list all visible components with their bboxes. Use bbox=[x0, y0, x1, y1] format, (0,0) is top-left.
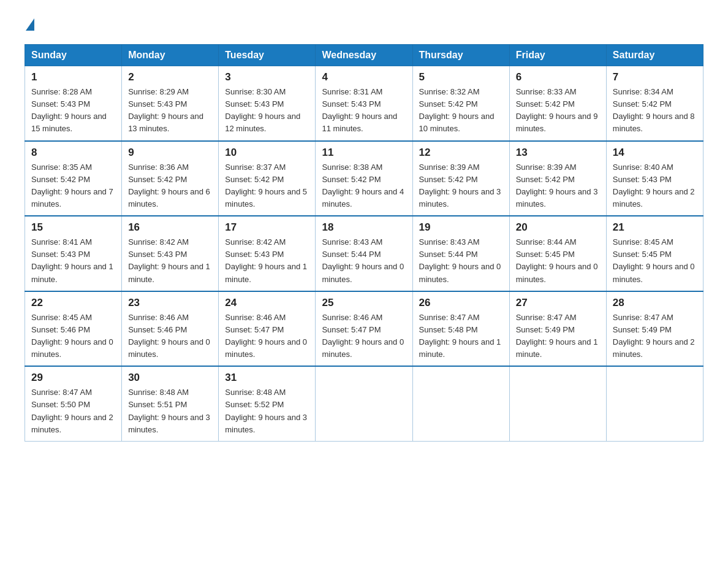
day-number: 25 bbox=[322, 297, 406, 309]
day-number: 12 bbox=[419, 147, 503, 159]
calendar-cell bbox=[606, 366, 703, 441]
calendar-week-row: 1Sunrise: 8:28 AMSunset: 5:43 PMDaylight… bbox=[25, 66, 703, 141]
day-info: Sunrise: 8:46 AMSunset: 5:47 PMDaylight:… bbox=[322, 312, 406, 361]
day-info: Sunrise: 8:30 AMSunset: 5:43 PMDaylight:… bbox=[225, 86, 309, 136]
calendar-cell: 8Sunrise: 8:35 AMSunset: 5:42 PMDaylight… bbox=[25, 141, 122, 216]
calendar-cell: 30Sunrise: 8:48 AMSunset: 5:51 PMDayligh… bbox=[122, 366, 219, 441]
day-number: 9 bbox=[128, 147, 212, 159]
day-info: Sunrise: 8:38 AMSunset: 5:42 PMDaylight:… bbox=[322, 161, 406, 211]
calendar-cell: 5Sunrise: 8:32 AMSunset: 5:42 PMDaylight… bbox=[412, 66, 509, 141]
header-monday: Monday bbox=[122, 45, 219, 66]
calendar-cell: 28Sunrise: 8:47 AMSunset: 5:49 PMDayligh… bbox=[606, 291, 703, 367]
day-number: 18 bbox=[322, 221, 406, 234]
calendar-cell: 27Sunrise: 8:47 AMSunset: 5:49 PMDayligh… bbox=[509, 291, 606, 367]
day-info: Sunrise: 8:44 AMSunset: 5:45 PMDaylight:… bbox=[516, 236, 600, 286]
calendar-week-row: 29Sunrise: 8:47 AMSunset: 5:50 PMDayligh… bbox=[25, 366, 703, 441]
day-number: 20 bbox=[516, 221, 600, 234]
day-info: Sunrise: 8:43 AMSunset: 5:44 PMDaylight:… bbox=[322, 236, 406, 286]
day-info: Sunrise: 8:32 AMSunset: 5:42 PMDaylight:… bbox=[419, 86, 503, 136]
day-info: Sunrise: 8:35 AMSunset: 5:42 PMDaylight:… bbox=[31, 161, 115, 211]
day-number: 5 bbox=[419, 71, 503, 83]
calendar-cell: 1Sunrise: 8:28 AMSunset: 5:43 PMDaylight… bbox=[25, 66, 122, 141]
header-wednesday: Wednesday bbox=[316, 45, 412, 66]
calendar-cell: 11Sunrise: 8:38 AMSunset: 5:42 PMDayligh… bbox=[316, 141, 412, 216]
day-number: 10 bbox=[225, 147, 309, 159]
calendar-week-row: 15Sunrise: 8:41 AMSunset: 5:43 PMDayligh… bbox=[25, 216, 703, 291]
calendar-cell: 3Sunrise: 8:30 AMSunset: 5:43 PMDaylight… bbox=[219, 66, 316, 141]
calendar-cell: 23Sunrise: 8:46 AMSunset: 5:46 PMDayligh… bbox=[122, 291, 219, 367]
calendar-cell: 29Sunrise: 8:47 AMSunset: 5:50 PMDayligh… bbox=[25, 366, 122, 441]
calendar-cell: 17Sunrise: 8:42 AMSunset: 5:43 PMDayligh… bbox=[219, 216, 316, 291]
day-info: Sunrise: 8:39 AMSunset: 5:42 PMDaylight:… bbox=[516, 161, 600, 211]
day-info: Sunrise: 8:48 AMSunset: 5:52 PMDaylight:… bbox=[225, 386, 309, 436]
day-info: Sunrise: 8:47 AMSunset: 5:49 PMDaylight:… bbox=[613, 312, 697, 361]
day-number: 1 bbox=[31, 71, 115, 83]
header-tuesday: Tuesday bbox=[219, 45, 316, 66]
header-saturday: Saturday bbox=[606, 45, 703, 66]
day-info: Sunrise: 8:33 AMSunset: 5:42 PMDaylight:… bbox=[516, 86, 600, 136]
calendar-cell: 2Sunrise: 8:29 AMSunset: 5:43 PMDaylight… bbox=[122, 66, 219, 141]
day-number: 28 bbox=[613, 297, 697, 309]
calendar-cell: 16Sunrise: 8:42 AMSunset: 5:43 PMDayligh… bbox=[122, 216, 219, 291]
day-info: Sunrise: 8:37 AMSunset: 5:42 PMDaylight:… bbox=[225, 161, 309, 211]
day-info: Sunrise: 8:42 AMSunset: 5:43 PMDaylight:… bbox=[225, 236, 309, 286]
day-info: Sunrise: 8:48 AMSunset: 5:51 PMDaylight:… bbox=[128, 386, 212, 436]
calendar-cell bbox=[316, 366, 412, 441]
logo-triangle-icon bbox=[26, 18, 34, 31]
calendar-cell bbox=[412, 366, 509, 441]
day-number: 27 bbox=[516, 297, 600, 309]
day-number: 23 bbox=[128, 297, 212, 309]
day-number: 17 bbox=[225, 221, 309, 234]
calendar-cell: 13Sunrise: 8:39 AMSunset: 5:42 PMDayligh… bbox=[509, 141, 606, 216]
day-number: 14 bbox=[613, 147, 697, 159]
calendar-cell: 19Sunrise: 8:43 AMSunset: 5:44 PMDayligh… bbox=[412, 216, 509, 291]
day-info: Sunrise: 8:40 AMSunset: 5:43 PMDaylight:… bbox=[613, 161, 697, 211]
calendar-cell: 18Sunrise: 8:43 AMSunset: 5:44 PMDayligh… bbox=[316, 216, 412, 291]
calendar-cell: 4Sunrise: 8:31 AMSunset: 5:43 PMDaylight… bbox=[316, 66, 412, 141]
day-number: 24 bbox=[225, 297, 309, 309]
day-info: Sunrise: 8:45 AMSunset: 5:45 PMDaylight:… bbox=[613, 236, 697, 286]
calendar-cell: 22Sunrise: 8:45 AMSunset: 5:46 PMDayligh… bbox=[25, 291, 122, 367]
day-info: Sunrise: 8:46 AMSunset: 5:46 PMDaylight:… bbox=[128, 312, 212, 361]
calendar-week-row: 22Sunrise: 8:45 AMSunset: 5:46 PMDayligh… bbox=[25, 291, 703, 367]
calendar-cell: 20Sunrise: 8:44 AMSunset: 5:45 PMDayligh… bbox=[509, 216, 606, 291]
calendar-cell: 12Sunrise: 8:39 AMSunset: 5:42 PMDayligh… bbox=[412, 141, 509, 216]
day-number: 22 bbox=[31, 297, 115, 309]
day-info: Sunrise: 8:42 AMSunset: 5:43 PMDaylight:… bbox=[128, 236, 212, 286]
day-info: Sunrise: 8:41 AMSunset: 5:43 PMDaylight:… bbox=[31, 236, 115, 286]
day-info: Sunrise: 8:29 AMSunset: 5:43 PMDaylight:… bbox=[128, 86, 212, 136]
day-number: 19 bbox=[419, 221, 503, 234]
day-info: Sunrise: 8:34 AMSunset: 5:42 PMDaylight:… bbox=[613, 86, 697, 136]
day-info: Sunrise: 8:45 AMSunset: 5:46 PMDaylight:… bbox=[31, 312, 115, 361]
day-number: 31 bbox=[225, 372, 309, 384]
day-number: 21 bbox=[613, 221, 697, 234]
day-number: 29 bbox=[31, 372, 115, 384]
day-info: Sunrise: 8:47 AMSunset: 5:48 PMDaylight:… bbox=[419, 312, 503, 361]
day-number: 4 bbox=[322, 71, 406, 83]
day-info: Sunrise: 8:36 AMSunset: 5:42 PMDaylight:… bbox=[128, 161, 212, 211]
page-header bbox=[25, 18, 703, 32]
header-friday: Friday bbox=[509, 45, 606, 66]
logo bbox=[25, 18, 34, 32]
calendar-cell: 15Sunrise: 8:41 AMSunset: 5:43 PMDayligh… bbox=[25, 216, 122, 291]
calendar-cell: 6Sunrise: 8:33 AMSunset: 5:42 PMDaylight… bbox=[509, 66, 606, 141]
day-info: Sunrise: 8:46 AMSunset: 5:47 PMDaylight:… bbox=[225, 312, 309, 361]
calendar-cell bbox=[509, 366, 606, 441]
calendar-week-row: 8Sunrise: 8:35 AMSunset: 5:42 PMDaylight… bbox=[25, 141, 703, 216]
day-info: Sunrise: 8:31 AMSunset: 5:43 PMDaylight:… bbox=[322, 86, 406, 136]
day-info: Sunrise: 8:47 AMSunset: 5:49 PMDaylight:… bbox=[516, 312, 600, 361]
calendar-header-row: SundayMondayTuesdayWednesdayThursdayFrid… bbox=[25, 45, 703, 66]
calendar-cell: 26Sunrise: 8:47 AMSunset: 5:48 PMDayligh… bbox=[412, 291, 509, 367]
day-number: 8 bbox=[31, 147, 115, 159]
calendar-cell: 21Sunrise: 8:45 AMSunset: 5:45 PMDayligh… bbox=[606, 216, 703, 291]
calendar-cell: 14Sunrise: 8:40 AMSunset: 5:43 PMDayligh… bbox=[606, 141, 703, 216]
day-number: 6 bbox=[516, 71, 600, 83]
day-number: 2 bbox=[128, 71, 212, 83]
day-info: Sunrise: 8:47 AMSunset: 5:50 PMDaylight:… bbox=[31, 386, 115, 436]
calendar-cell: 9Sunrise: 8:36 AMSunset: 5:42 PMDaylight… bbox=[122, 141, 219, 216]
day-number: 11 bbox=[322, 147, 406, 159]
day-number: 15 bbox=[31, 221, 115, 234]
calendar-table: SundayMondayTuesdayWednesdayThursdayFrid… bbox=[25, 44, 703, 442]
day-info: Sunrise: 8:39 AMSunset: 5:42 PMDaylight:… bbox=[419, 161, 503, 211]
day-number: 3 bbox=[225, 71, 309, 83]
